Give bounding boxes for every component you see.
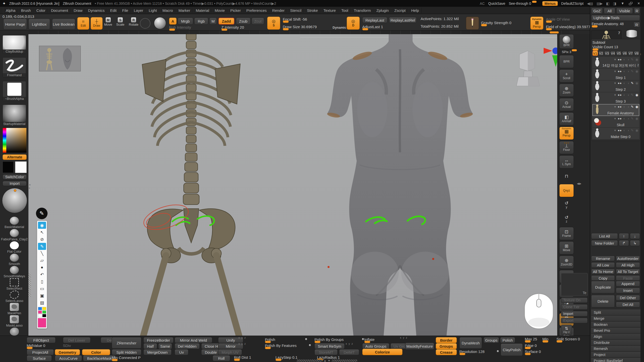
- texture-row-0-button[interactable]: Texture On: [561, 297, 588, 303]
- backface-mask-button[interactable]: BackfaceMask: [83, 355, 116, 361]
- inflate-slider[interactable]: Inflate: [364, 337, 405, 342]
- split-hidden-button[interactable]: Split Hidden: [112, 349, 141, 355]
- right-shelf-3-button[interactable]: ⊙ Actual: [559, 98, 574, 111]
- import-color-button[interactable]: Import: [3, 181, 27, 186]
- menu-item-18[interactable]: Stroke: [304, 8, 320, 13]
- tray-toggle-right-icon[interactable]: ▤▶: [597, 2, 603, 6]
- material-item-6[interactable]: SelectLasso: [2, 291, 27, 303]
- menus-button[interactable]: Menus: [542, 1, 557, 6]
- uv-icon[interactable]: ◑: [627, 58, 629, 61]
- menu-item-10[interactable]: Macro: [160, 8, 176, 13]
- annot-tool-1-icon[interactable]: ↖: [38, 229, 46, 236]
- split-screen-slider[interactable]: Split Screen 0: [556, 337, 589, 341]
- move-into-folder-button[interactable]: ↳: [630, 240, 640, 246]
- brush-icon[interactable]: ✎: [631, 105, 634, 109]
- right-shelf-6-button[interactable]: x y z ⊥ Floor: [559, 141, 574, 154]
- tray-pair-0-right[interactable]: AutoReorder: [616, 256, 640, 261]
- zadd-button[interactable]: Zadd: [218, 18, 234, 25]
- brush-icon[interactable]: ✎: [631, 81, 634, 85]
- menu-item-1[interactable]: Brush: [18, 8, 33, 13]
- accu-curve-button[interactable]: AccuCurve: [55, 355, 82, 361]
- left-scroll-hatch[interactable]: [28, 273, 31, 297]
- hue-strip[interactable]: [3, 128, 6, 153]
- tray-toggle-left-icon[interactable]: ◀▤: [587, 2, 593, 6]
- polypaint-icon[interactable]: ●●: [618, 128, 622, 132]
- tray-pair-1-right[interactable]: All High: [616, 262, 640, 268]
- anchor-a-button[interactable]: A: [169, 18, 177, 25]
- uv-icon[interactable]: ◑: [627, 69, 629, 73]
- surface-button[interactable]: Surface: [27, 355, 52, 361]
- subtool-row-6[interactable]: ▾ ●● ◐ ◑ ✎ ◉ Make Step 0: [592, 128, 639, 140]
- annot-color-palette[interactable]: [38, 307, 46, 317]
- tray-list-7-button[interactable]: Project: [591, 352, 640, 358]
- right-shelf-2-button[interactable]: ⊕ Zoom: [559, 84, 574, 97]
- annot-color-swatch[interactable]: [38, 307, 42, 310]
- append-button[interactable]: Append: [616, 281, 640, 287]
- mid-value-slider[interactable]: MidValue 0: [27, 343, 56, 348]
- menu-item-6[interactable]: Edit: [107, 8, 119, 13]
- subtool-folder-icon[interactable]: ▾: [614, 58, 616, 61]
- right-shelf-8-button[interactable]: ⊓: [559, 170, 574, 183]
- subtool-folder-icon[interactable]: ▾: [614, 128, 616, 132]
- tray-list-3-button[interactable]: Bevel Pro: [591, 328, 640, 334]
- eye-icon[interactable]: ◉: [635, 128, 638, 132]
- menu-item-15[interactable]: Preferences: [244, 8, 269, 13]
- merge-down-button[interactable]: MergeDown: [143, 349, 172, 355]
- dynamesh-groups-button[interactable]: Groups: [484, 337, 499, 343]
- eye-icon[interactable]: ◉: [635, 69, 638, 73]
- quicksave-button[interactable]: QuickSave: [488, 2, 505, 6]
- eye-icon[interactable]: ◉: [635, 58, 638, 61]
- flip-v-button[interactable]: ⇅ Flip V: [561, 325, 572, 335]
- rgb-button[interactable]: Rgb: [194, 18, 208, 25]
- polish-by-groups-radio[interactable]: [362, 338, 364, 340]
- edit-button[interactable]: ⌗ Edit: [77, 17, 89, 30]
- texture-slot[interactable]: Te: [561, 273, 588, 296]
- material-item-1[interactable]: FabioPaiva_Clay2: [2, 229, 27, 241]
- store-mt-button[interactable]: StoreMT: [314, 349, 338, 355]
- menu-item-8[interactable]: Layer: [131, 8, 146, 13]
- menu-item-23[interactable]: Zscript: [391, 8, 408, 13]
- subtool-row-5[interactable]: ▾ ●● ◐ ◑ ✎ ◉ Skull: [592, 116, 639, 128]
- annot-tool-6-icon[interactable]: ●: [38, 264, 46, 271]
- main-color-swatch[interactable]: [3, 161, 14, 173]
- angle-of-view-slider[interactable]: Angle Of View: [546, 17, 587, 21]
- bpr-button[interactable]: BPR: [559, 34, 574, 49]
- tool-current-slider[interactable]: Female Anatomy. 48: [592, 22, 631, 26]
- tray-list-5-button[interactable]: Distribute: [591, 340, 640, 346]
- uv-icon[interactable]: ◑: [627, 128, 629, 132]
- right-shelf-14-button[interactable]: ⊕ Zoom3D: [559, 256, 574, 269]
- polypaint-off-icon[interactable]: ◐: [623, 69, 625, 73]
- project-all-button[interactable]: ProjectAll: [27, 349, 54, 355]
- eye-icon[interactable]: ◉: [635, 81, 638, 85]
- z-intensity-slider[interactable]: Z Intensity 20: [221, 25, 263, 29]
- del-mt-button[interactable]: DelMT: [339, 349, 359, 355]
- fov-slider[interactable]: Field of view(deg) 39.59775: [546, 25, 589, 29]
- material-item-4[interactable]: SmoothValleys: [2, 266, 27, 278]
- brush-icon[interactable]: ✎: [631, 128, 634, 132]
- menu-item-4[interactable]: Draw: [71, 8, 85, 13]
- right-shelf-9-button[interactable]: Qxyz: [559, 184, 574, 197]
- color-picker[interactable]: [3, 128, 27, 153]
- sv-square[interactable]: [6, 128, 26, 153]
- list-all-button[interactable]: List All: [591, 233, 618, 239]
- polish-by-features-radio[interactable]: [309, 344, 311, 346]
- tray-list-2-button[interactable]: Boolean: [591, 322, 640, 328]
- polypaint-icon[interactable]: ●●: [618, 58, 622, 61]
- morph-uv-button[interactable]: Morph UV: [218, 349, 242, 355]
- subtool-row-3[interactable]: ▾ ●● ◐ ◑ ✎ ◉ Step 3: [592, 92, 639, 104]
- subtool-tab-6[interactable]: V7: [628, 51, 633, 56]
- visible-count-slider[interactable]: Visible Count 13: [592, 45, 638, 49]
- tray-divider-arrows[interactable]: ◀▶: [577, 182, 582, 185]
- annot-color-swatch[interactable]: [38, 314, 42, 317]
- tray-list-0-button[interactable]: Split: [591, 309, 640, 315]
- subtool-row-2[interactable]: ▾ ●● ◐ ◑ ✎ ◉ Step 2: [592, 80, 639, 92]
- annot-tool-11-icon[interactable]: ▤: [38, 299, 46, 306]
- rgb-intensity-slider[interactable]: Rgb Intensity: [169, 25, 217, 29]
- polypaint-icon[interactable]: ●●: [618, 117, 622, 120]
- crease-button[interactable]: Crease: [436, 349, 457, 355]
- dynamesh-polish-button[interactable]: Polish: [500, 337, 515, 343]
- alpha-thumb-brushalpha[interactable]: ~BrushAlpha: [3, 81, 26, 101]
- replay-last-button[interactable]: ReplayLast: [362, 17, 387, 23]
- min-slider[interactable]: Min: [542, 337, 554, 341]
- tray-pair-3-right[interactable]: Paste: [616, 275, 640, 281]
